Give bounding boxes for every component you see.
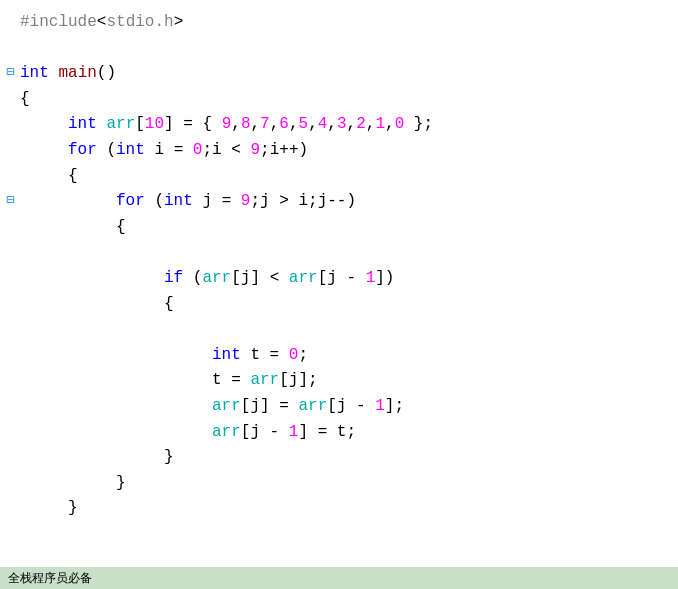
code-editor: #include<stdio.h> ⊟ int main() { int arr…	[0, 0, 678, 532]
code-line-blank3	[20, 317, 662, 343]
bottom-bar-text: 全栈程序员必备	[8, 570, 92, 587]
line-marker: ⊟	[6, 61, 14, 83]
code-line-int-t: int t = 0 ;	[20, 343, 662, 369]
code-line-t-assign: t = arr [j];	[20, 368, 662, 394]
bottom-bar: 全栈程序员必备	[0, 567, 678, 589]
code-line-if: if ( arr [j] < arr [j - 1 ])	[20, 266, 662, 292]
code-line-blank1	[20, 36, 662, 62]
code-line-for1: for ( int i = 0 ;i < 9 ;i++)	[20, 138, 662, 164]
code-line-open1: {	[20, 87, 662, 113]
code-line-open2: {	[20, 164, 662, 190]
code-line-open3: {	[20, 215, 662, 241]
code-line-close2: }	[20, 471, 662, 497]
code-line-arr: int arr [ 10 ] = { 9 , 8 , 7 , 6 , 5 , 4…	[20, 112, 662, 138]
code-line-main: ⊟ int main()	[20, 61, 662, 87]
code-line-for2: ⊟ for ( int j = 9 ;j > i;j--)	[20, 189, 662, 215]
code-line-arr-assign1: arr [j] = arr [j - 1 ];	[20, 394, 662, 420]
code-line-close1: }	[20, 445, 662, 471]
code-line-include: #include<stdio.h>	[20, 10, 662, 36]
line-marker2: ⊟	[6, 189, 14, 211]
code-line-blank2	[20, 240, 662, 266]
code-line-close3: }	[20, 496, 662, 522]
code-line-arr-assign2: arr [j - 1 ] = t;	[20, 420, 662, 446]
code-line-open4: {	[20, 292, 662, 318]
